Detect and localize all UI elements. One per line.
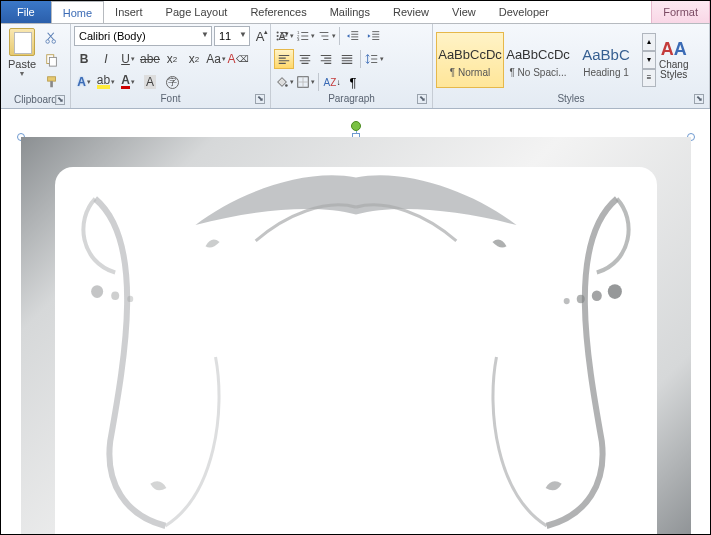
superscript-button[interactable]: x2 — [184, 49, 204, 69]
multilevel-list-button[interactable]: ▾ — [316, 26, 336, 46]
align-right-button[interactable] — [316, 49, 336, 69]
numbering-button[interactable]: 123▾ — [295, 26, 315, 46]
clipboard-launcher[interactable]: ⬊ — [55, 95, 65, 105]
character-shading-button[interactable]: A — [140, 72, 160, 92]
file-tab[interactable]: File — [1, 1, 51, 23]
clipboard-icon — [9, 28, 35, 56]
change-styles-icon: AA — [661, 39, 687, 60]
group-styles: AaBbCcDc ¶ Normal AaBbCcDc ¶ No Spaci...… — [433, 24, 710, 108]
strikethrough-button[interactable]: abe — [140, 49, 160, 69]
chevron-down-icon[interactable]: ▼ — [239, 30, 247, 39]
floral-ornament-icon — [55, 167, 657, 534]
font-launcher[interactable]: ⬊ — [255, 94, 265, 104]
svg-point-15 — [111, 292, 119, 300]
document-area[interactable] — [1, 109, 710, 534]
styles-expand[interactable]: ≡ — [642, 69, 656, 87]
borders-button[interactable]: ▾ — [295, 72, 315, 92]
svg-point-19 — [577, 295, 585, 303]
increase-indent-button[interactable] — [364, 26, 384, 46]
decorative-frame — [21, 137, 691, 534]
enclose-characters-button[interactable]: 字 — [162, 72, 182, 92]
align-center-button[interactable] — [295, 49, 315, 69]
align-center-icon — [298, 52, 312, 66]
bucket-icon — [275, 75, 289, 89]
tab-references[interactable]: References — [239, 1, 318, 23]
highlighter-icon: ab — [97, 73, 110, 87]
svg-point-0 — [46, 40, 50, 44]
justify-button[interactable] — [337, 49, 357, 69]
ribbon: Paste ▼ Clipboard⬊ Calibri (Body)▼ — [1, 24, 710, 109]
svg-rect-3 — [50, 57, 57, 66]
paste-label: Paste — [8, 58, 36, 70]
format-painter-button[interactable] — [42, 72, 62, 92]
styles-launcher[interactable]: ⬊ — [694, 94, 704, 104]
ribbon-tabs: File Home Insert Page Layout References … — [1, 1, 710, 24]
align-left-button[interactable] — [274, 49, 294, 69]
chevron-down-icon: ▼ — [19, 70, 26, 77]
copy-icon — [45, 53, 59, 67]
change-styles-button[interactable]: AA Chang Styles — [659, 39, 688, 80]
show-marks-button[interactable]: ¶ — [343, 72, 363, 92]
change-case-button[interactable]: Aa▾ — [206, 49, 226, 69]
selected-image[interactable] — [21, 137, 691, 534]
highlight-button[interactable]: ab▾ — [96, 72, 116, 92]
font-name-combo[interactable]: Calibri (Body)▼ — [74, 26, 212, 46]
svg-point-12 — [285, 84, 288, 87]
group-label-font: Font — [160, 93, 180, 104]
tab-page-layout[interactable]: Page Layout — [155, 1, 240, 23]
multilevel-icon — [317, 29, 331, 43]
grow-font-button[interactable]: A▴ — [252, 26, 272, 46]
group-clipboard: Paste ▼ Clipboard⬊ — [1, 24, 71, 108]
svg-point-7 — [276, 35, 278, 37]
group-paragraph: ▾ 123▾ ▾ ▾ ▾ ▾ — [271, 24, 433, 108]
numbering-icon: 123 — [296, 29, 310, 43]
line-spacing-icon — [365, 52, 379, 66]
svg-point-20 — [564, 298, 570, 304]
tab-review[interactable]: Review — [382, 1, 441, 23]
copy-button[interactable] — [42, 50, 62, 70]
group-label-styles: Styles — [557, 93, 584, 104]
group-font: Calibri (Body)▼ 11▼ A▴ A▾ B I U▾ abe x2 … — [71, 24, 271, 108]
shading-button[interactable]: ▾ — [274, 72, 294, 92]
tab-format-contextual[interactable]: Format — [651, 1, 710, 23]
text-effects-button[interactable]: A▾ — [74, 72, 94, 92]
line-spacing-button[interactable]: ▾ — [364, 49, 384, 69]
group-label-clipboard: Clipboard — [14, 94, 57, 105]
sort-button[interactable]: AZ↓ — [322, 72, 342, 92]
svg-point-6 — [276, 31, 278, 33]
paragraph-launcher[interactable]: ⬊ — [417, 94, 427, 104]
clear-formatting-button[interactable]: A⌫ — [228, 49, 248, 69]
justify-icon — [340, 52, 354, 66]
bullets-button[interactable]: ▾ — [274, 26, 294, 46]
tab-developer[interactable]: Developer — [488, 1, 561, 23]
svg-text:3: 3 — [296, 37, 299, 42]
svg-point-14 — [91, 285, 103, 298]
style-heading-1[interactable]: AaBbC Heading 1 — [572, 32, 640, 88]
svg-point-18 — [592, 291, 602, 302]
underline-button[interactable]: U▾ — [118, 49, 138, 69]
tab-view[interactable]: View — [441, 1, 488, 23]
outdent-icon — [346, 29, 360, 43]
svg-rect-5 — [50, 81, 53, 87]
svg-point-8 — [276, 38, 278, 40]
tab-home[interactable]: Home — [51, 1, 104, 23]
tab-insert[interactable]: Insert — [104, 1, 155, 23]
eraser-icon: ⌫ — [236, 54, 249, 64]
subscript-button[interactable]: x2 — [162, 49, 182, 69]
style-normal[interactable]: AaBbCcDc ¶ Normal — [436, 32, 504, 88]
italic-button[interactable]: I — [96, 49, 116, 69]
font-size-combo[interactable]: 11▼ — [214, 26, 250, 46]
tab-mailings[interactable]: Mailings — [319, 1, 382, 23]
chevron-down-icon[interactable]: ▼ — [201, 30, 209, 39]
rotation-handle[interactable] — [351, 121, 361, 131]
styles-scroll-down[interactable]: ▾ — [642, 51, 656, 69]
decrease-indent-button[interactable] — [343, 26, 363, 46]
bold-button[interactable]: B — [74, 49, 94, 69]
cut-button[interactable] — [42, 28, 62, 48]
style-no-spacing[interactable]: AaBbCcDc ¶ No Spaci... — [504, 32, 572, 88]
paste-button[interactable]: Paste ▼ — [4, 26, 40, 94]
font-color-button[interactable]: A▾ — [118, 72, 138, 92]
align-right-icon — [319, 52, 333, 66]
styles-scroll-up[interactable]: ▴ — [642, 33, 656, 51]
svg-rect-4 — [48, 77, 56, 81]
